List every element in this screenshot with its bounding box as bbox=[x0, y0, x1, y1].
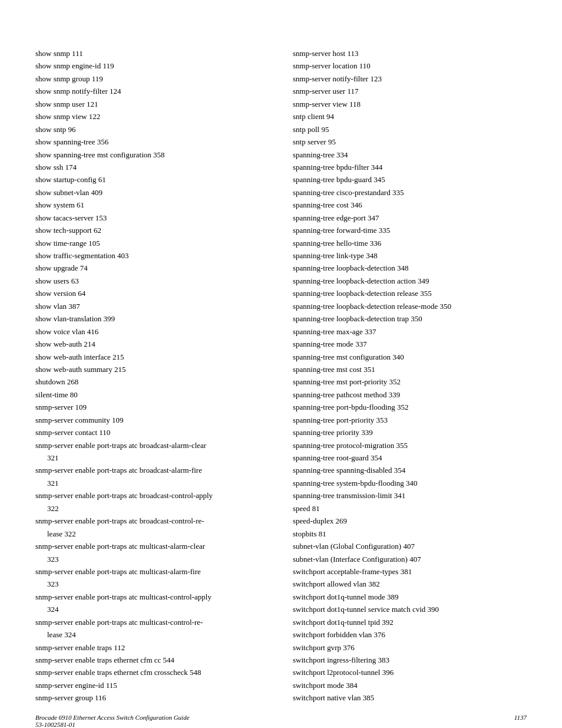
list-item: switchport dot1q-tunnel tpid 392 bbox=[293, 616, 527, 628]
list-item: snmp-server enable port-traps atc broadc… bbox=[35, 489, 269, 502]
list-item: shutdown 268 bbox=[35, 375, 269, 388]
list-item: stopbits 81 bbox=[293, 528, 527, 540]
footer: Brocade 6910 Ethernet Access Switch Conf… bbox=[35, 714, 527, 728]
list-item: show snmp view 122 bbox=[35, 110, 269, 123]
footer-left: Brocade 6910 Ethernet Access Switch Conf… bbox=[35, 714, 190, 728]
list-item: spanning-tree port-bpdu-flooding 352 bbox=[293, 401, 527, 413]
content-area: show snmp 111show snmp engine-id 119show… bbox=[35, 47, 527, 704]
list-item: snmp-server enable port-traps atc broadc… bbox=[35, 439, 269, 452]
list-item: speed 81 bbox=[293, 502, 527, 515]
list-item: switchport forbidden vlan 376 bbox=[293, 628, 527, 641]
list-item: spanning-tree loopback-detection trap 35… bbox=[293, 312, 527, 325]
list-item: switchport dot1q-tunnel service match cv… bbox=[293, 603, 527, 615]
list-item: spanning-tree loopback-detection release… bbox=[293, 300, 527, 312]
list-item: show voice vlan 416 bbox=[35, 325, 269, 338]
list-item: 323 bbox=[35, 578, 269, 590]
list-item: sntp poll 95 bbox=[293, 123, 527, 136]
list-item: show spanning-tree mst configuration 358 bbox=[35, 149, 269, 161]
list-item: snmp-server enable traps ethernet cfm cr… bbox=[35, 666, 269, 678]
list-item: show ssh 174 bbox=[35, 161, 269, 173]
list-item: spanning-tree cost 346 bbox=[293, 199, 527, 211]
list-item: show startup-config 61 bbox=[35, 173, 269, 186]
list-item: show traffic-segmentation 403 bbox=[35, 249, 269, 262]
list-item: spanning-tree 334 bbox=[293, 149, 527, 161]
list-item: show snmp group 119 bbox=[35, 73, 269, 85]
list-item: show subnet-vlan 409 bbox=[35, 186, 269, 199]
list-item: sntp client 94 bbox=[293, 110, 527, 123]
list-item: spanning-tree pathcost method 339 bbox=[293, 388, 527, 401]
list-item: spanning-tree loopback-detection 348 bbox=[293, 262, 527, 274]
list-item: switchport allowed vlan 382 bbox=[293, 578, 527, 590]
list-item: 323 bbox=[35, 553, 269, 565]
list-item: switchport acceptable-frame-types 381 bbox=[293, 565, 527, 578]
list-item: spanning-tree hello-time 336 bbox=[293, 237, 527, 249]
list-item: show web-auth 214 bbox=[35, 338, 269, 350]
list-item: lease 322 bbox=[35, 528, 269, 540]
list-item: show web-auth interface 215 bbox=[35, 351, 269, 363]
list-item: show snmp engine-id 119 bbox=[35, 60, 269, 72]
list-item: show system 61 bbox=[35, 199, 269, 211]
list-item: switchport dot1q-tunnel mode 389 bbox=[293, 591, 527, 603]
list-item: speed-duplex 269 bbox=[293, 515, 527, 527]
list-item: show spanning-tree 356 bbox=[35, 136, 269, 148]
list-item: snmp-server enable traps ethernet cfm cc… bbox=[35, 654, 269, 666]
list-item: show vlan-translation 399 bbox=[35, 312, 269, 325]
page: show snmp 111show snmp engine-id 119show… bbox=[0, 0, 562, 728]
list-item: spanning-tree protocol-migration 355 bbox=[293, 439, 527, 452]
list-item: snmp-server enable port-traps atc multic… bbox=[35, 540, 269, 552]
list-item: spanning-tree bpdu-filter 344 bbox=[293, 161, 527, 173]
list-item: snmp-server enable port-traps atc multic… bbox=[35, 591, 269, 603]
list-item: silent-time 80 bbox=[35, 388, 269, 401]
list-item: spanning-tree edge-port 347 bbox=[293, 212, 527, 224]
list-item: spanning-tree forward-time 335 bbox=[293, 224, 527, 236]
list-item: show snmp user 121 bbox=[35, 98, 269, 110]
list-item: switchport mode 384 bbox=[293, 679, 527, 691]
list-item: spanning-tree mst port-priority 352 bbox=[293, 375, 527, 388]
list-item: spanning-tree priority 339 bbox=[293, 426, 527, 439]
list-item: snmp-server enable port-traps atc broadc… bbox=[35, 515, 269, 527]
list-item: sntp server 95 bbox=[293, 136, 527, 148]
list-item: spanning-tree mst configuration 340 bbox=[293, 351, 527, 363]
list-item: show version 64 bbox=[35, 287, 269, 299]
list-item: switchport gvrp 376 bbox=[293, 641, 527, 654]
list-item: snmp-server contact 110 bbox=[35, 426, 269, 439]
list-item: show sntp 96 bbox=[35, 123, 269, 136]
list-item: show users 63 bbox=[35, 275, 269, 287]
list-item: subnet-vlan (Interface Configuration) 40… bbox=[293, 553, 527, 565]
list-item: snmp-server enable port-traps atc multic… bbox=[35, 565, 269, 578]
list-item: subnet-vlan (Global Configuration) 407 bbox=[293, 540, 527, 552]
list-item: snmp-server enable traps 112 bbox=[35, 641, 269, 654]
list-item: snmp-server engine-id 115 bbox=[35, 679, 269, 691]
list-item: snmp-server community 109 bbox=[35, 414, 269, 426]
list-item: spanning-tree max-age 337 bbox=[293, 325, 527, 338]
list-item: snmp-server 109 bbox=[35, 401, 269, 413]
list-item: show time-range 105 bbox=[35, 237, 269, 249]
right-column: snmp-server host 113snmp-server location… bbox=[293, 47, 527, 704]
list-item: snmp-server enable port-traps atc multic… bbox=[35, 616, 269, 628]
list-item: 322 bbox=[35, 502, 269, 515]
list-item: spanning-tree transmission-limit 341 bbox=[293, 489, 527, 502]
list-item: show web-auth summary 215 bbox=[35, 363, 269, 375]
list-item: spanning-tree mst cost 351 bbox=[293, 363, 527, 375]
list-item: spanning-tree port-priority 353 bbox=[293, 414, 527, 426]
list-item: spanning-tree link-type 348 bbox=[293, 249, 527, 262]
list-item: lease 324 bbox=[35, 628, 269, 641]
list-item: switchport l2protocol-tunnel 396 bbox=[293, 666, 527, 678]
list-item: show snmp notify-filter 124 bbox=[35, 85, 269, 97]
list-item: snmp-server user 117 bbox=[293, 85, 527, 97]
list-item: show snmp 111 bbox=[35, 47, 269, 60]
list-item: show tech-support 62 bbox=[35, 224, 269, 236]
list-item: spanning-tree mode 337 bbox=[293, 338, 527, 350]
list-item: 321 bbox=[35, 477, 269, 489]
list-item: spanning-tree loopback-detection action … bbox=[293, 275, 527, 287]
left-column: show snmp 111show snmp engine-id 119show… bbox=[35, 47, 269, 704]
list-item: show tacacs-server 153 bbox=[35, 212, 269, 224]
list-item: spanning-tree system-bpdu-flooding 340 bbox=[293, 477, 527, 489]
list-item: spanning-tree spanning-disabled 354 bbox=[293, 464, 527, 476]
list-item: switchport ingress-filtering 383 bbox=[293, 654, 527, 666]
list-item: show vlan 387 bbox=[35, 300, 269, 312]
list-item: snmp-server group 116 bbox=[35, 691, 269, 704]
list-item: 324 bbox=[35, 603, 269, 615]
list-item: 321 bbox=[35, 452, 269, 464]
list-item: switchport native vlan 385 bbox=[293, 691, 527, 704]
